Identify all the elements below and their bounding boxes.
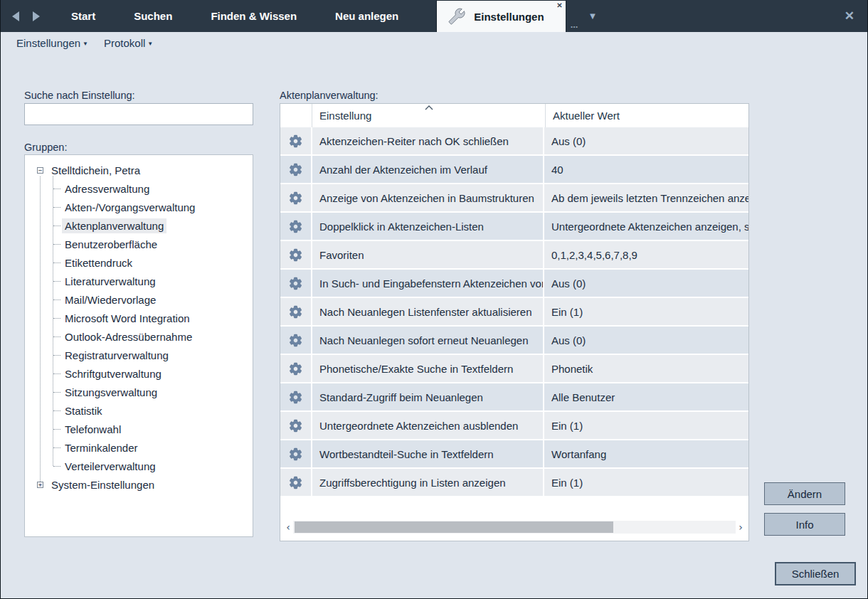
window-close-icon[interactable]: ✕ bbox=[832, 9, 867, 23]
tab-overflow-ellipsis[interactable]: ... bbox=[566, 19, 583, 32]
gear-icon bbox=[280, 184, 312, 211]
table-row[interactable]: Nach Neuanlegen Listenfenster aktualisie… bbox=[280, 298, 748, 325]
scroll-right-icon[interactable]: › bbox=[736, 520, 746, 534]
tree-item[interactable]: Sitzungsverwaltung bbox=[25, 383, 253, 401]
table-row[interactable]: Aktenzeichen-Reiter nach OK schließen Au… bbox=[280, 127, 748, 154]
horizontal-scrollbar[interactable]: ‹ › bbox=[283, 520, 746, 534]
tree-item[interactable]: Terminkalender bbox=[25, 438, 253, 457]
tab-list-dropdown-icon[interactable]: ▼ bbox=[582, 11, 603, 21]
collapse-icon[interactable] bbox=[37, 167, 43, 174]
gear-icon bbox=[280, 469, 312, 496]
menubar-item[interactable]: Protokoll bbox=[104, 37, 153, 49]
tree-item[interactable]: Adressverwaltung bbox=[25, 179, 253, 198]
tree-item-label: Statistik bbox=[62, 403, 105, 418]
setting-value-cell: Phonetik bbox=[544, 355, 748, 382]
tab-einstellungen-active[interactable]: Einstellungen ✕ bbox=[436, 0, 566, 32]
tree-item-label: Outlook-Adressübernahme bbox=[62, 329, 195, 344]
scroll-left-icon[interactable]: ‹ bbox=[283, 520, 293, 534]
tree-item[interactable]: Benutzeroberfläche bbox=[25, 235, 253, 253]
caret-down-icon bbox=[83, 41, 88, 47]
tree-item[interactable]: Aktenplanverwaltung bbox=[25, 216, 253, 235]
settings-window: Start Suchen Finden & Wissen Neu anlegen… bbox=[0, 0, 868, 599]
tree-item-label: Akten-/Vorgangsverwaltung bbox=[62, 200, 198, 215]
scrollbar-track[interactable] bbox=[293, 521, 736, 534]
tree-item[interactable]: Verteilerverwaltung bbox=[25, 457, 253, 475]
value-column-header[interactable]: Aktueller Wert bbox=[546, 104, 748, 127]
tree-item[interactable]: Statistik bbox=[25, 401, 253, 420]
scrollbar-thumb[interactable] bbox=[295, 521, 613, 533]
ribbon-tab[interactable]: Neu anlegen bbox=[316, 0, 418, 32]
forward-arrow-icon[interactable] bbox=[28, 11, 42, 22]
setting-name-cell: Phonetische/Exakte Suche in Textfeldern bbox=[312, 355, 544, 382]
settings-group-title: Aktenplanverwaltung: bbox=[280, 90, 379, 101]
change-button[interactable]: Ändern bbox=[764, 482, 845, 505]
back-arrow-icon[interactable] bbox=[10, 11, 23, 22]
tree-item-label: Registraturverwaltung bbox=[62, 348, 171, 363]
close-button[interactable]: Schließen bbox=[775, 562, 856, 585]
tree-item-label: Terminkalender bbox=[62, 440, 141, 455]
setting-name-cell: Doppelklick in Aktenzeichen-Listen bbox=[312, 213, 544, 240]
tree-item-label: Sitzungsverwaltung bbox=[62, 385, 160, 400]
expand-icon[interactable] bbox=[37, 482, 43, 488]
sort-ascending-icon bbox=[424, 105, 434, 111]
setting-value-cell: Aus (0) bbox=[544, 270, 748, 297]
tree-item[interactable]: Microsoft Word Integration bbox=[25, 309, 253, 327]
table-row[interactable]: Wortbestandteil-Suche in Textfeldern Wor… bbox=[280, 440, 748, 467]
setting-name-cell: Nach Neuanlegen sofort erneut Neuanlegen bbox=[312, 327, 544, 354]
tree-item-label: Verteilerverwaltung bbox=[62, 459, 159, 474]
gear-icon bbox=[280, 241, 312, 268]
gear-icon bbox=[280, 440, 312, 467]
table-row[interactable]: Doppelklick in Aktenzeichen-Listen Unter… bbox=[280, 213, 748, 240]
caret-down-icon bbox=[147, 41, 153, 47]
table-row[interactable]: Standard-Zugriff beim Neuanlegen Alle Be… bbox=[280, 383, 748, 410]
table-row[interactable]: Untergeordnete Aktenzeichen ausblenden E… bbox=[280, 412, 748, 439]
groups-tree-panel: Stelltdichein, Petra Adressverwaltung Ak… bbox=[24, 154, 253, 537]
gear-icon bbox=[280, 156, 312, 183]
tree-item[interactable]: Schriftgutverwaltung bbox=[25, 364, 253, 383]
table-row[interactable]: Zugriffsberechtigung in Listen anzeigen … bbox=[280, 469, 748, 496]
tab-close-icon[interactable]: ✕ bbox=[556, 1, 562, 10]
tree-item-label: Telefonwahl bbox=[62, 422, 124, 437]
table-row[interactable]: Nach Neuanlegen sofort erneut Neuanlegen… bbox=[280, 327, 748, 354]
tree-item[interactable]: Outlook-Adressübernahme bbox=[25, 327, 253, 346]
gear-icon bbox=[280, 298, 312, 325]
setting-value-cell: Untergeordnete Aktenzeichen anzeigen, so… bbox=[544, 213, 748, 240]
tree-item[interactable]: Akten-/Vorgangsverwaltung bbox=[25, 198, 253, 216]
tree-root-system[interactable]: System-Einstellungen bbox=[37, 475, 157, 494]
tree-item[interactable]: Mail/Wiedervorlage bbox=[25, 290, 253, 309]
tree-children: Adressverwaltung Akten-/Vorgangsverwaltu… bbox=[25, 179, 253, 475]
setting-value-cell: 40 bbox=[544, 156, 748, 183]
setting-value-cell: Aus (0) bbox=[544, 327, 748, 354]
setting-name-cell: Anzahl der Aktenzeichen im Verlauf bbox=[312, 156, 544, 183]
setting-value-cell: 0,1,2,3,4,5,6,7,8,9 bbox=[544, 241, 748, 268]
tree-item[interactable]: Registraturverwaltung bbox=[25, 346, 253, 364]
tree-item[interactable]: Etikettendruck bbox=[25, 253, 253, 272]
table-row[interactable]: Anzahl der Aktenzeichen im Verlauf 40 bbox=[280, 156, 748, 183]
groups-label: Gruppen: bbox=[24, 142, 67, 153]
ribbon-tab[interactable]: Start bbox=[52, 0, 115, 32]
setting-name-cell: Nach Neuanlegen Listenfenster aktualisie… bbox=[312, 298, 544, 325]
table-row[interactable]: Favoriten 0,1,2,3,4,5,6,7,8,9 bbox=[280, 241, 748, 268]
setting-search-input[interactable] bbox=[24, 103, 253, 125]
tree-item[interactable]: Literaturverwaltung bbox=[25, 272, 253, 290]
ribbon-tab[interactable]: Finden & Wissen bbox=[191, 0, 316, 32]
tree-item-label: Microsoft Word Integration bbox=[62, 311, 193, 326]
ribbon-tab[interactable]: Suchen bbox=[115, 0, 191, 32]
setting-value-cell: Wortanfang bbox=[544, 440, 748, 467]
active-tab-label: Einstellungen bbox=[474, 11, 544, 23]
table-row[interactable]: Phonetische/Exakte Suche in Textfeldern … bbox=[280, 355, 748, 382]
menubar-item[interactable]: Einstellungen bbox=[16, 37, 88, 49]
table-row[interactable]: Anzeige von Aktenzeichen in Baumstruktur… bbox=[280, 184, 748, 211]
groups-tree: Stelltdichein, Petra Adressverwaltung Ak… bbox=[25, 155, 253, 536]
setting-name-cell: Anzeige von Aktenzeichen in Baumstruktur… bbox=[312, 184, 544, 211]
search-label: Suche nach Einstellung: bbox=[24, 90, 135, 101]
gear-icon bbox=[280, 127, 312, 154]
table-body: Aktenzeichen-Reiter nach OK schließen Au… bbox=[280, 127, 748, 497]
tab-bar: Start Suchen Finden & Wissen Neu anlegen… bbox=[1, 0, 867, 32]
tree-item-label: Benutzeroberfläche bbox=[62, 237, 160, 252]
gear-icon bbox=[280, 213, 312, 240]
table-row[interactable]: In Such- und Eingabefenstern Aktenzeiche… bbox=[280, 270, 748, 297]
tree-item[interactable]: Telefonwahl bbox=[25, 420, 253, 438]
setting-name-cell: Aktenzeichen-Reiter nach OK schließen bbox=[312, 127, 544, 154]
info-button[interactable]: Info bbox=[764, 513, 845, 536]
